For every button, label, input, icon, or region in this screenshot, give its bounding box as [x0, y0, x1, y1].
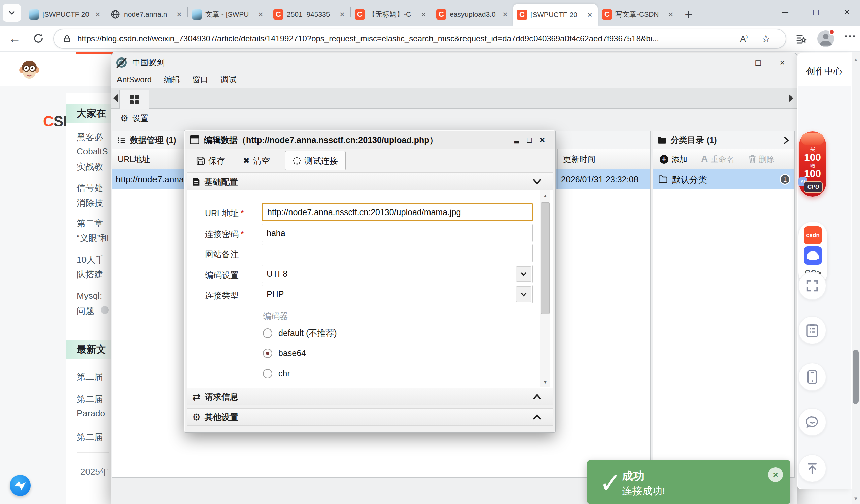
scroll-down-icon[interactable]: ▼ [540, 379, 551, 385]
tab-close-icon[interactable]: × [257, 10, 264, 20]
page-scrollbar[interactable]: ▲ ▼ [851, 52, 860, 504]
sidebar-year-link[interactable]: 2025年 [81, 466, 109, 478]
antsword-maximize-button[interactable]: □ [746, 56, 770, 70]
scroll-up-icon[interactable]: ▲ [851, 57, 860, 62]
sidebar-article-link[interactable]: 10人千 [77, 254, 104, 266]
radio-icon-selected[interactable] [263, 349, 272, 358]
encoder-radio-default[interactable]: default (不推荐) [263, 327, 337, 339]
sidebar-article-link[interactable]: Parado [77, 408, 105, 419]
scrollbar-thumb[interactable] [852, 350, 859, 404]
new-tab-button[interactable]: + [679, 5, 698, 24]
category-delete-button[interactable]: 删除 [742, 153, 782, 166]
browser-tab-7-active[interactable]: C [SWPUCTF 20 × [513, 4, 598, 26]
tab-close-icon[interactable]: × [501, 10, 509, 20]
browser-tab-3[interactable]: 文章 - [SWPU × [188, 5, 269, 24]
antsword-close-button[interactable]: × [771, 56, 794, 70]
gpu-promo-banner[interactable]: 买 100 赠 100 AI GPU [799, 132, 826, 197]
radio-icon[interactable] [263, 369, 272, 378]
refresh-button[interactable] [32, 32, 44, 44]
sidebar-article-link[interactable]: 第二届 [77, 371, 103, 383]
mobile-view-button[interactable] [798, 363, 826, 391]
browser-menu-button[interactable]: ··· [844, 30, 856, 44]
tab-close-icon[interactable]: × [94, 10, 102, 20]
save-button[interactable]: 保存 [187, 155, 234, 166]
chat-assistant-button[interactable] [10, 475, 31, 496]
sidebar-article-link[interactable]: 队搭建 [77, 269, 103, 280]
toast-close-button[interactable]: × [768, 468, 783, 482]
browser-tab-6[interactable]: C easyupload3.0 × [432, 5, 513, 24]
tab-close-icon[interactable]: × [667, 10, 675, 20]
connection-type-select[interactable]: PHP [261, 285, 533, 303]
back-to-top-button[interactable] [798, 454, 826, 483]
site-note-input[interactable] [261, 244, 533, 262]
favorite-star-icon[interactable]: ☆ [761, 32, 771, 45]
sidebar-article-link[interactable]: 实战教 [77, 161, 103, 173]
connection-password-input[interactable] [261, 224, 533, 242]
browser-tab-1[interactable]: [SWPUCTF 20 × [25, 5, 106, 24]
back-button[interactable]: ← [9, 32, 21, 46]
browser-tab-4[interactable]: C 2501_945335 × [269, 5, 350, 24]
browser-tab-5[interactable]: C 【无标题】-C × [351, 5, 431, 24]
tab-close-icon[interactable]: × [586, 10, 594, 20]
creation-center-link[interactable]: 创作中心 [797, 65, 851, 77]
sidebar-article-link[interactable]: CobaltS [77, 146, 108, 157]
column-update-time[interactable]: 更新时间 [557, 149, 650, 169]
url-address-input[interactable] [261, 203, 533, 221]
form-scrollbar[interactable]: ▲ ▼ [540, 190, 550, 387]
tab-close-icon[interactable]: × [420, 10, 428, 20]
select-dropdown-button[interactable] [516, 266, 531, 282]
collections-button[interactable] [795, 33, 807, 45]
sidebar-article-link[interactable]: Mysql: [77, 291, 102, 301]
catalog-button[interactable] [798, 316, 826, 344]
dialog-minimize-button[interactable]: ▃ [511, 134, 522, 145]
category-rename-button[interactable]: A 重命名 [694, 153, 742, 166]
scrollbar-thumb[interactable] [541, 203, 550, 314]
sidebar-article-link[interactable]: 消除技 [77, 197, 103, 209]
tab-search-button[interactable] [3, 4, 21, 21]
sidebar-article-link[interactable]: 黑客必 [77, 132, 103, 143]
basic-config-section-bar[interactable]: 基础配置 [187, 173, 553, 190]
category-selected-row[interactable]: 默认分类 1 [653, 169, 794, 189]
chevron-up-icon[interactable] [533, 414, 541, 420]
dialog-maximize-button[interactable]: □ [524, 134, 535, 145]
url-text[interactable]: https://blog.csdn.net/weixin_73049307/ar… [77, 34, 724, 43]
scroll-up-icon[interactable]: ▲ [540, 193, 551, 198]
sidebar-article-link[interactable]: 第二章 [77, 218, 103, 229]
sidebar-article-link[interactable]: 第二届 [77, 431, 103, 443]
browser-tab-8[interactable]: C 写文章-CSDN × [598, 5, 678, 24]
antsword-minimize-button[interactable]: ─ [719, 56, 743, 70]
menu-debug[interactable]: 调试 [220, 74, 236, 85]
radio-icon[interactable] [263, 328, 272, 338]
sidebar-article-link[interactable]: 信号处 [77, 182, 103, 194]
other-settings-section-bar[interactable]: ⚙ 其他设置 [187, 408, 553, 426]
request-info-section-bar[interactable]: ⇄ 请求信息 [187, 388, 553, 405]
select-dropdown-button[interactable] [516, 286, 531, 302]
encoding-select[interactable]: UTF8 [261, 265, 533, 283]
dialog-close-button[interactable]: × [536, 134, 548, 145]
read-aloud-icon[interactable]: A⁾ [740, 34, 748, 44]
test-connection-button[interactable]: 测试连接 [285, 151, 346, 171]
window-maximize-button[interactable]: □ [805, 5, 827, 19]
antsword-home-tab[interactable] [119, 90, 149, 109]
browser-tab-2[interactable]: node7.anna.n × [106, 5, 187, 24]
tab-close-icon[interactable]: × [338, 10, 346, 20]
chevron-up-icon[interactable] [533, 394, 541, 400]
menu-edit[interactable]: 编辑 [164, 74, 180, 85]
scroll-tabs-left-icon[interactable] [113, 94, 118, 102]
feedback-button[interactable] [798, 408, 826, 436]
sidebar-article-link[interactable]: 问题 [77, 305, 94, 317]
category-add-button[interactable]: + 添加 [653, 153, 694, 166]
encoder-radio-chr[interactable]: chr [263, 369, 290, 378]
window-close-button[interactable]: × [836, 5, 858, 19]
tab-close-icon[interactable]: × [175, 10, 183, 20]
url-bar[interactable]: https://blog.csdn.net/weixin_73049307/ar… [53, 29, 786, 49]
antsword-title-bar[interactable]: 中国蚁剑 ─ □ × [111, 54, 797, 72]
chevron-down-icon[interactable] [533, 179, 541, 184]
menu-antsword[interactable]: AntSword [117, 75, 152, 84]
scroll-down-icon[interactable]: ▼ [851, 495, 860, 501]
clear-button[interactable]: ✖ 清空 [234, 155, 279, 166]
window-minimize-button[interactable]: ─ [774, 5, 796, 19]
scroll-tabs-right-icon[interactable] [789, 94, 793, 102]
fullscreen-button[interactable] [798, 272, 826, 300]
menu-window[interactable]: 窗口 [192, 74, 209, 85]
